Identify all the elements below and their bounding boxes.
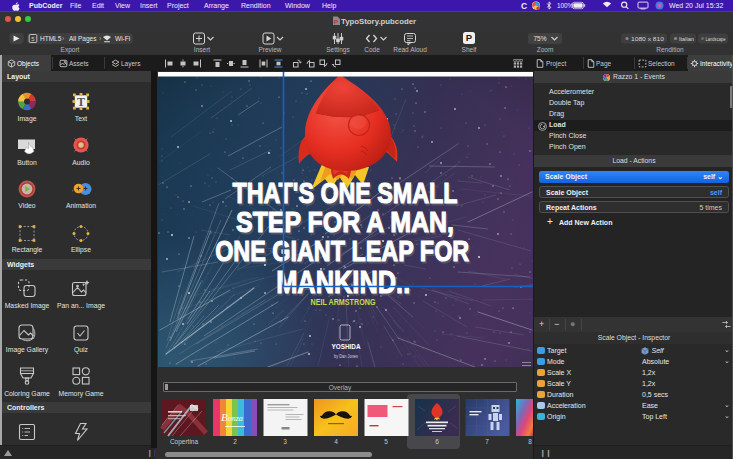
svg-text:YOSHIDA: YOSHIDA bbox=[332, 342, 361, 351]
svg-text:P: P bbox=[334, 19, 338, 25]
svg-text:ONE GIANT LEAP FOR: ONE GIANT LEAP FOR bbox=[215, 234, 469, 267]
svg-text:NEIL ARMSTRONG: NEIL ARMSTRONG bbox=[311, 297, 376, 307]
svg-text:1080 x 810: 1080 x 810 bbox=[631, 36, 665, 42]
svg-text:by Dan Jones: by Dan Jones bbox=[334, 353, 358, 359]
svg-text:75%: 75% bbox=[533, 35, 546, 42]
svg-text:Landscape: Landscape bbox=[706, 36, 726, 42]
svg-text:T: T bbox=[77, 95, 85, 109]
svg-text:Italian: Italian bbox=[679, 36, 694, 42]
svg-text:5: 5 bbox=[31, 36, 35, 42]
svg-text:P: P bbox=[466, 32, 473, 43]
svg-text:MANKIND..: MANKIND.. bbox=[276, 264, 410, 300]
